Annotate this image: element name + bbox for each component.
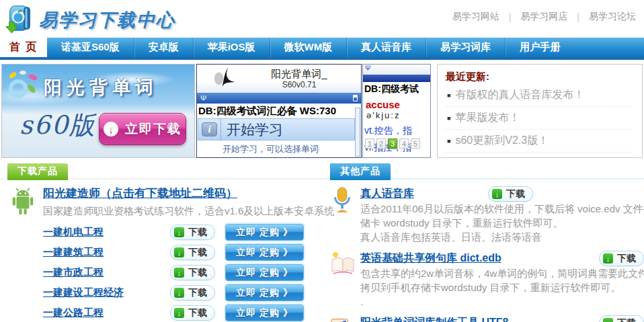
featured-product: 阳光建造师（点击有下载地址二维码） 国家建造师职业资格考试练习软件，适合v1.6…	[0, 179, 321, 218]
download-label: 下载	[188, 287, 207, 299]
download-row: 一建公路工程 ↓ 下载 立即 定购 》	[0, 303, 321, 322]
download-arrow-icon: ↓	[174, 308, 184, 318]
status-bar: Ψ	[363, 65, 430, 75]
site-header: 易学习下载中心 易学习网站 | 易学习网店 | 易学习论坛	[0, 0, 644, 38]
antenna-icon: Ψ	[365, 65, 370, 72]
product-desc-line: .	[360, 294, 644, 309]
title-bar	[363, 75, 430, 82]
download-arrow-icon: ↓	[104, 122, 118, 136]
other-product: 英语基础共享例句库 dict.edb ↓ 下载 包含共享的约2w单词音标，4w单…	[321, 244, 644, 309]
update-item[interactable]: ■ 苹果版发布！	[446, 107, 633, 130]
download-button[interactable]: ↓ 下载	[170, 265, 215, 280]
order-now-button[interactable]: 立即 定购 》	[225, 264, 304, 281]
site-title: 易学习下载中心	[39, 8, 175, 32]
page-dot-1[interactable]: 1	[365, 138, 374, 149]
download-label: 下载	[188, 247, 207, 259]
nav-tab-s60[interactable]: 诺基亚S60版	[47, 38, 134, 57]
download-button[interactable]: ↓ 下载	[170, 305, 215, 321]
download-button[interactable]: ↓ 下载	[599, 315, 644, 322]
download-products-column: 下载产品 阳光建造师（点击有下载地址二维码） 国家建造师职业资格考试练习软件，适…	[0, 163, 321, 322]
update-item[interactable]: ■ s60更新到V2.3版！	[446, 130, 633, 153]
download-button[interactable]: ↓ 下载	[170, 245, 215, 260]
product-desc-line: 拷贝到手机存储卡wordstudy 目录下，重新运行软件即可。	[360, 280, 644, 294]
app-version: S60v0.71	[237, 80, 361, 89]
update-text: 苹果版发布！	[455, 111, 520, 125]
bullet-icon: ■	[447, 138, 450, 145]
download-list: 一建机电工程 ↓ 下载 立即 定购 》 一建建筑工程 ↓ 下载 立即 定购 》 …	[0, 223, 321, 322]
download-row: 一建建筑工程 ↓ 下载 立即 定购 》	[0, 243, 321, 262]
menu-item-description: 开始学习，可以选择单词	[223, 143, 361, 155]
word-meaning-vt: vt.控告，指	[363, 125, 430, 137]
nav-tab-ios[interactable]: 苹果iOS版	[193, 38, 270, 57]
order-now-button[interactable]: 立即 定购 》	[225, 244, 304, 261]
promo-banner: 阳光背单词 s60版 ↓ 立即下载	[1, 64, 195, 158]
download-row: 一建机电工程 ↓ 下载 立即 定购 》	[0, 223, 321, 242]
nav-tab-home[interactable]: 首 页	[0, 38, 47, 57]
top-links: 易学习网站 | 易学习网店 | 易学习论坛	[452, 11, 636, 23]
top-link-store[interactable]: 易学习网店	[520, 11, 567, 23]
top-link-website[interactable]: 易学习网站	[452, 11, 499, 23]
product-link[interactable]: 一建机电工程	[43, 226, 104, 239]
site-logo: 易学习下载中心	[4, 3, 175, 38]
download-button[interactable]: ↓ 下载	[599, 251, 644, 266]
word-phonetic: ə'kju:z	[363, 110, 430, 120]
product-link[interactable]: 一建建设工程经济	[43, 286, 124, 299]
download-button[interactable]: ↓ 下载	[170, 285, 215, 300]
nav-tab-android[interactable]: 安卓版	[134, 38, 193, 57]
download-button[interactable]: ↓ 下载	[170, 225, 215, 240]
order-now-button[interactable]: 立即 定购 》	[225, 224, 304, 241]
app-screenshots: 阳光背单词_ S60v0.71 Ψ DB:四级考试词汇必备 WS:730 i 开…	[196, 64, 432, 158]
app-bird-logo-icon	[212, 65, 237, 92]
nav-tab-wm[interactable]: 微软WM版	[270, 38, 347, 57]
product-desc-line: 适合2011年06月以后版本的软件使用，下载后将 voice.edv 文件拷	[360, 202, 644, 216]
nav-tab-manual[interactable]: 用户手册	[505, 38, 574, 57]
download-label: 下载	[188, 307, 207, 319]
banner-title: 阳光背单词	[44, 75, 158, 99]
download-arrow-icon: ↓	[603, 318, 613, 322]
featured-product-link[interactable]: 阳光建造师（点击有下载地址二维码）	[43, 186, 237, 201]
product-link[interactable]: 英语基础共享例句库 dict.edb	[360, 251, 501, 266]
page-dot-2[interactable]: 2	[376, 138, 386, 149]
download-arrow-icon: ↓	[492, 189, 502, 199]
product-link[interactable]: 阳光背单词词库制作工具 UTF8	[360, 316, 508, 322]
recent-updates-title: 最近更新:	[446, 71, 633, 83]
screenshot-main-menu: 阳光背单词_ S60v0.71 Ψ DB:四级考试词汇必备 WS:730 i 开…	[196, 64, 362, 158]
product-link[interactable]: 一建市政工程	[43, 266, 104, 279]
page-dot-4[interactable]: 4	[399, 138, 409, 149]
bullet-icon: ■	[447, 115, 450, 122]
section-tab-others: 其他产品	[330, 163, 391, 180]
update-item[interactable]: ■ 有版权的真人语音库发布！	[446, 84, 633, 107]
microphone-icon	[329, 186, 355, 217]
update-text: s60更新到V2.3版！	[455, 134, 549, 148]
update-text: 有版权的真人语音库发布！	[455, 88, 584, 102]
nav-tabs: 诺基亚S60版 安卓版 苹果iOS版 微软WM版 真人语音库 易学习词库 用户手…	[47, 38, 644, 57]
product-link[interactable]: 一建建筑工程	[43, 246, 104, 259]
divider: |	[509, 11, 512, 22]
other-product: 真人语音库 ↓ 下载 适合2011年06月以后版本的软件使用，下载后将 voic…	[321, 179, 644, 244]
page-dot-3-active[interactable]: 3	[388, 138, 397, 149]
banner-edition: s60版	[19, 108, 96, 143]
featured-product-desc: 国家建造师职业资格考试练习软件，适合v1.6及以上版本安卓系统	[43, 205, 321, 218]
download-label: 下载	[188, 227, 207, 239]
download-arrow-icon: ↓	[174, 288, 184, 298]
menu-item-selected: i 开始学习	[198, 118, 355, 140]
product-link[interactable]: 真人语音库	[360, 187, 414, 201]
order-now-button[interactable]: 立即 定购 》	[225, 284, 304, 301]
page-dot-5[interactable]: 5	[411, 138, 420, 149]
db-info-line: DB:四级考试词汇必备 WS:730	[197, 104, 361, 118]
download-arrow-icon: ↓	[174, 247, 184, 257]
product-desc-line: 储卡 wordstudy 目录下，重新运行软件即可。	[360, 216, 644, 230]
nav-tab-dict[interactable]: 易学习词库	[426, 38, 505, 57]
product-link[interactable]: 一建公路工程	[43, 307, 104, 319]
order-now-button[interactable]: 立即 定购 》	[225, 305, 304, 321]
download-row: 一建市政工程 ↓ 下载 立即 定购 》	[0, 263, 321, 282]
download-arrow-icon: ↓	[174, 268, 184, 278]
banner-download-button[interactable]: ↓ 立即下载	[99, 113, 186, 145]
download-button[interactable]: ↓ 下载	[488, 186, 533, 202]
update-item[interactable]: ■ 安卓版最新使用手册发布！	[446, 153, 633, 158]
app-title: 阳光背单词_	[237, 68, 361, 80]
battery-icon	[353, 95, 358, 102]
nav-tab-voice[interactable]: 真人语音库	[346, 38, 426, 57]
top-link-forum[interactable]: 易学习论坛	[589, 11, 636, 23]
product-title-row: 英语基础共享例句库 dict.edb ↓ 下载	[360, 251, 644, 266]
